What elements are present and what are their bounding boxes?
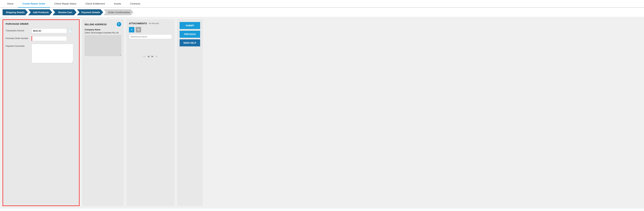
action-panel: SUBMIT PREVIOUS NEED HELP	[177, 20, 203, 206]
pagination-controls: ‹‹ ◀ ▶ ››	[129, 54, 172, 58]
step-shipping-details[interactable]: Shipping Details	[2, 9, 28, 15]
doc-icon[interactable]: 📄	[68, 29, 72, 33]
nav-item-contracts[interactable]: Contracts	[126, 0, 145, 8]
payment-comments-label: Payment Comments	[6, 44, 30, 47]
company-name-label: Company Name	[85, 29, 121, 31]
transaction-amount-input[interactable]	[32, 29, 67, 33]
nav-item-check-repair-status[interactable]: Check Repair Status	[50, 0, 81, 8]
pagination-first-button[interactable]: ‹‹	[143, 55, 146, 58]
transaction-amount-input-wrap: 📄	[32, 29, 76, 33]
pagination-next-button[interactable]: ▶	[151, 54, 154, 58]
remove-attachment-button[interactable]: ✕	[136, 27, 141, 33]
step-payment-details[interactable]: Payment Details	[77, 9, 103, 15]
billing-search-button[interactable]: 🔍	[117, 22, 121, 27]
nav-item-home[interactable]: Home	[2, 0, 18, 8]
pagination-last-button[interactable]: ››	[155, 55, 158, 58]
main-content: PURCHASE ORDER Transaction Amount 📄 Purc…	[0, 17, 644, 208]
attachment-name-input[interactable]	[129, 34, 172, 39]
previous-button[interactable]: PREVIOUS	[180, 31, 200, 38]
pagination-prev-button[interactable]: ◀	[147, 54, 150, 58]
purchase-order-number-input[interactable]	[32, 36, 67, 41]
purchase-order-title: PURCHASE ORDER	[6, 23, 76, 25]
attachments-header: ATTACHMENTS No Records	[129, 22, 172, 25]
step-review-cart[interactable]: Review Cart	[52, 9, 77, 15]
purchase-order-number-label: Purchase Order Number	[6, 36, 30, 40]
nav-item-create-repair-order[interactable]: Create Repair Order	[18, 0, 50, 8]
billing-address-title: BILLING ADDRESS	[85, 23, 107, 26]
purchase-order-number-row: Purchase Order Number	[6, 36, 76, 41]
payment-comments-input-wrap	[32, 44, 76, 63]
add-attachment-button[interactable]: +	[129, 27, 134, 33]
billing-header: BILLING ADDRESS 🔍	[85, 22, 121, 27]
need-help-button[interactable]: NEED HELP	[180, 39, 200, 46]
nav-item-assets[interactable]: Assets	[109, 0, 126, 8]
top-nav: Home Create Repair Order Check Repair St…	[0, 0, 644, 8]
steps-bar: Shipping Details Add Products Review Car…	[0, 8, 644, 17]
step-order-confirmation[interactable]: Order Confirmation	[104, 9, 133, 15]
step-add-products[interactable]: Add Products	[28, 9, 52, 15]
attach-spacer	[129, 40, 172, 53]
transaction-amount-label: Transaction Amount	[6, 29, 30, 32]
submit-button[interactable]: SUBMIT	[180, 22, 200, 29]
purchase-order-panel: PURCHASE ORDER Transaction Amount 📄 Purc…	[2, 20, 80, 206]
no-records-label: No Records	[149, 22, 159, 25]
payment-comments-row: Payment Comments	[6, 44, 76, 63]
transaction-amount-row: Transaction Amount 📄	[6, 29, 76, 33]
attach-buttons: + ✕	[129, 27, 172, 33]
attachments-panel: ATTACHMENTS No Records + ✕ ‹‹ ◀ ▶ ››	[126, 20, 174, 206]
search-icon: 🔍	[118, 23, 120, 26]
billing-address-textarea[interactable]	[85, 35, 121, 56]
purchase-order-number-input-wrap	[32, 36, 76, 41]
billing-address-panel: BILLING ADDRESS 🔍 Company Name Zebra Tec…	[82, 20, 124, 206]
company-name-value: Zebra Technologies Australia Pty Ltd	[85, 32, 121, 34]
nav-item-check-entitlement[interactable]: Check Entitlement	[81, 0, 109, 8]
payment-comments-textarea[interactable]	[32, 44, 73, 63]
attachments-title: ATTACHMENTS	[129, 22, 147, 25]
